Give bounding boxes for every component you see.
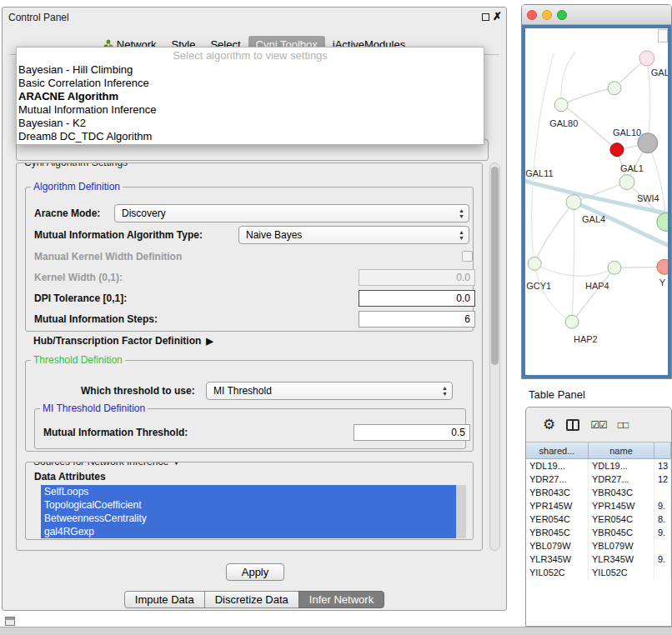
mi-threshold-group: MI Threshold Definition Mutual Informati… <box>34 408 466 449</box>
mi-algorithm-type-value: Naive Bayes <box>246 229 302 241</box>
minimize-traffic-light[interactable] <box>542 10 552 20</box>
panel-dock-icon[interactable] <box>5 617 15 626</box>
mi-threshold-field[interactable]: 0.5 <box>354 424 470 441</box>
table-row[interactable]: YBR043CYBR043C <box>526 486 671 499</box>
kernel-width-field[interactable]: 0.0 <box>359 269 475 286</box>
algorithm-option-dream8-dc-tdc-algorithm[interactable]: Dream8 DC_TDC Algorithm <box>17 130 484 143</box>
data-attribute-item-topologicalcoefficient[interactable]: TopologicalCoefficient <box>41 498 456 512</box>
aracne-mode-select[interactable]: Discovery ▲▼ <box>114 204 469 222</box>
threshold-type-select[interactable]: MI Threshold ▲▼ <box>206 382 453 400</box>
data-attribute-item-betweennesscentrality[interactable]: BetweennessCentrality <box>41 512 456 525</box>
network-edge[interactable] <box>534 202 574 263</box>
network-edge[interactable] <box>561 88 614 105</box>
network-scrollbar-corner[interactable] <box>658 29 668 42</box>
data-attribute-item-gal4rgexp[interactable]: gal4RGexp <box>41 525 456 538</box>
data-attributes-list: SelfLoopsTopologicalCoefficientBetweenne… <box>41 485 456 538</box>
table-cell: YDL19... <box>589 459 654 472</box>
sources-title-wrap: Sources for Network Inference ▼ <box>31 462 183 468</box>
network-node[interactable] <box>610 143 624 157</box>
network-node[interactable] <box>657 259 668 274</box>
table-cell: YLR345W <box>589 552 654 566</box>
table-panel-title: Table Panel <box>529 388 585 401</box>
float-button[interactable] <box>482 13 489 21</box>
collapse-arrow-icon[interactable]: ▼ <box>171 462 181 468</box>
table-cell: YPR145W <box>526 499 589 512</box>
combo-arrows-icon: ▲▼ <box>459 208 464 219</box>
table-row[interactable]: YIL052CYIL052C <box>526 566 671 579</box>
table-row[interactable]: YER054CYER054C8. <box>526 512 671 526</box>
network-node[interactable] <box>639 51 654 66</box>
mi-threshold-label: Mutual Information Threshold: <box>43 423 188 442</box>
network-window-titlebar[interactable] <box>522 5 671 25</box>
column-header-shared[interactable]: shared... <box>526 442 589 458</box>
network-edge[interactable] <box>561 52 575 105</box>
tab-discretize-data[interactable]: Discretize Data <box>204 591 299 608</box>
node-label-gal10: GAL10 <box>613 128 641 138</box>
table-header: shared...name <box>526 442 671 459</box>
expand-arrow-icon[interactable]: ▶ <box>206 336 213 346</box>
network-node[interactable] <box>619 175 634 190</box>
network-node[interactable] <box>554 98 568 112</box>
table-cell: YBR043C <box>589 486 654 499</box>
deselect-columns-icon[interactable]: □□ <box>618 419 629 431</box>
close-button[interactable]: ✗ <box>493 10 502 22</box>
network-edge[interactable] <box>572 202 574 322</box>
node-label-hap4: HAP4 <box>585 281 609 291</box>
data-attribute-item-selfloops[interactable]: SelfLoops <box>41 485 456 498</box>
threshold-type-label: Which threshold to use: <box>81 382 195 400</box>
column-header-extra[interactable] <box>654 442 671 458</box>
attributes-scrollbar[interactable] <box>456 485 466 538</box>
zoom-traffic-light[interactable] <box>557 10 567 20</box>
algorithm-option-bayesian-k2[interactable]: Bayesian - K2 <box>17 117 484 130</box>
table-cell: YDR27... <box>589 472 654 486</box>
table-row[interactable]: YDR27...YDR27...12 <box>526 472 671 486</box>
network-node[interactable] <box>528 257 541 270</box>
table-cell <box>654 566 671 579</box>
combo-arrows-icon: ▲▼ <box>442 385 448 397</box>
algorithm-option-basic-correlation-inference[interactable]: Basic Correlation Inference <box>17 77 484 90</box>
select-all-columns-icon[interactable]: ☑☑ <box>590 419 607 431</box>
hub-definition-section[interactable]: Hub/Transcription Factor Definition▶ <box>33 335 213 350</box>
network-edge[interactable] <box>534 263 572 322</box>
control-panel-window: Control Panel ✗ NetworkStyleSelectCyni T… <box>2 7 507 611</box>
settings-scrollbar-thumb[interactable] <box>491 167 499 365</box>
network-node[interactable] <box>565 315 579 328</box>
close-traffic-light[interactable] <box>527 10 537 20</box>
table-cell <box>654 486 671 499</box>
gear-icon[interactable]: ⚙ <box>543 418 555 432</box>
table-row[interactable]: YLR345WYLR345W9. <box>526 552 671 566</box>
network-node[interactable] <box>608 82 621 95</box>
algorithm-option-mutual-information-inference[interactable]: Mutual Information Inference <box>17 103 484 117</box>
table-row[interactable]: YBL079WYBL079W <box>526 539 671 552</box>
table-cell <box>654 539 671 552</box>
mi-steps-field[interactable]: 6 <box>359 311 475 328</box>
algorithm-options: Bayesian - Hill ClimbingBasic Correlatio… <box>17 63 484 143</box>
dpi-tolerance-value: 0.0 <box>456 292 470 304</box>
network-edge[interactable] <box>532 53 554 252</box>
manual-kernel-checkbox[interactable] <box>462 251 473 262</box>
network-node[interactable] <box>657 212 668 231</box>
algorithm-option-bayesian-hill-climbing[interactable]: Bayesian - Hill Climbing <box>17 63 484 77</box>
table-cell: YER054C <box>589 512 654 526</box>
mi-threshold-value: 0.5 <box>451 427 465 438</box>
dpi-tolerance-field[interactable]: 0.0 <box>359 290 475 307</box>
algorithm-definition-title: Algorithm Definition <box>31 181 123 192</box>
columns-icon[interactable] <box>566 419 579 431</box>
network-edge[interactable] <box>534 263 614 276</box>
table-cell: YDL19... <box>526 459 589 472</box>
tab-impute-data[interactable]: Impute Data <box>124 591 205 608</box>
network-node[interactable] <box>566 195 581 210</box>
network-canvas[interactable]: GALGAL80GAL10GAL11GAL1SWI4GAL4GCY1HAP4YH… <box>525 28 668 375</box>
apply-button[interactable]: Apply <box>226 563 284 581</box>
mi-algorithm-type-select[interactable]: Naive Bayes ▲▼ <box>238 226 469 244</box>
table-row[interactable]: YDL19...YDL19...13 <box>526 459 671 472</box>
network-node[interactable] <box>608 261 621 274</box>
settings-scrollbar[interactable] <box>489 162 500 551</box>
table-row[interactable]: YBR045CYBR045C9. <box>526 526 671 539</box>
tab-infer-network[interactable]: Infer Network <box>298 591 384 608</box>
column-header-name[interactable]: name <box>589 442 654 458</box>
algorithm-option-aracne-algorithm[interactable]: ARACNE Algorithm <box>17 90 484 103</box>
node-label-gcy1: GCY1 <box>526 281 551 291</box>
network-edge[interactable] <box>647 58 650 143</box>
table-row[interactable]: YPR145WYPR145W9. <box>526 499 671 512</box>
